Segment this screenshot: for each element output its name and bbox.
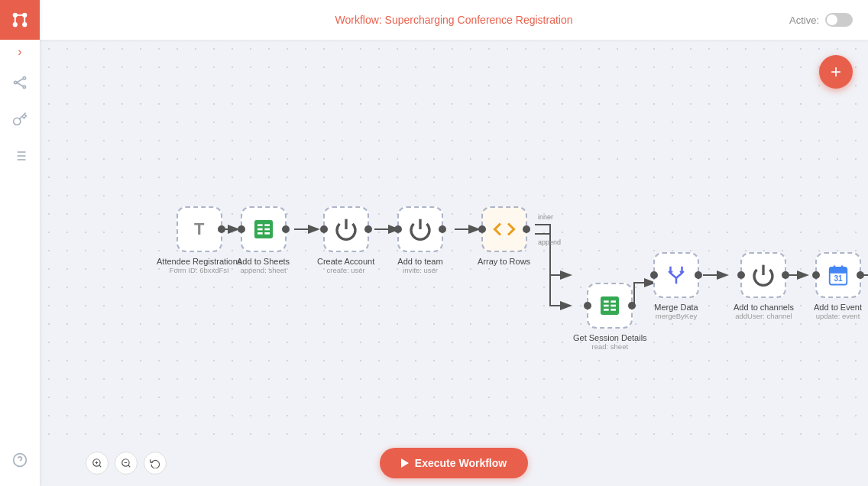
add-node-button[interactable]: +	[819, 55, 853, 89]
node-input-dot	[737, 271, 745, 279]
workflow-title: Workflow: Supercharging Conference Regis…	[335, 14, 572, 26]
sheets-icon2	[598, 293, 622, 318]
node-label: Array to Rows	[478, 257, 530, 266]
zoom-in-icon	[92, 458, 102, 468]
svg-rect-32	[257, 228, 263, 231]
node-input-dot	[650, 271, 658, 279]
node-get-session[interactable]: Get Session Details read: sheet	[573, 283, 647, 351]
svg-point-8	[23, 77, 25, 79]
svg-rect-33	[264, 228, 270, 231]
node-input-dot	[238, 225, 245, 233]
svg-text:inner: inner	[538, 213, 553, 221]
node-merge-data[interactable]: Merge Data mergeByKey	[653, 252, 699, 320]
execute-workflow-button[interactable]: Execute Workflow	[380, 448, 528, 478]
node-add-team[interactable]: Add to team invite: user	[397, 206, 443, 274]
node-output-dot	[282, 225, 290, 233]
svg-rect-49	[829, 271, 847, 274]
svg-rect-42	[611, 305, 617, 307]
node-label: Attendee Registrations Form ID: 6bxxdFsI	[157, 257, 241, 274]
svg-rect-40	[611, 300, 617, 303]
node-output-dot	[218, 225, 225, 233]
power-icon3	[751, 263, 776, 287]
sheets-icon	[251, 217, 276, 241]
svg-rect-30	[257, 224, 263, 226]
execute-label: Execute Workflow	[415, 457, 507, 469]
svg-point-9	[23, 86, 25, 88]
workflow-name[interactable]: Supercharging Conference Registration	[385, 14, 573, 26]
node-output-dot	[439, 225, 446, 233]
zoom-out-icon	[121, 458, 131, 468]
node-add-event[interactable]: 31 Add to Event update: event	[814, 252, 862, 320]
node-array-rows[interactable]: Array to Rows	[478, 206, 530, 266]
node-label: Get Session Details read: sheet	[573, 333, 647, 351]
svg-rect-39	[604, 300, 609, 303]
svg-rect-29	[254, 220, 273, 238]
svg-line-10	[17, 79, 23, 83]
sidebar-toggle[interactable]: ›	[0, 40, 40, 64]
bottom-bar: Execute Workflow	[40, 440, 868, 486]
svg-rect-38	[601, 296, 619, 315]
trigger-icon: T	[194, 219, 204, 239]
svg-rect-31	[264, 224, 270, 226]
node-output-dot	[782, 271, 789, 279]
power-icon2	[408, 217, 432, 241]
sidebar: ›	[0, 0, 40, 486]
code-icon	[493, 218, 516, 241]
svg-text:append: append	[538, 238, 561, 246]
header-controls: Active:	[789, 13, 853, 27]
zoom-out-button[interactable]	[115, 452, 138, 475]
play-icon	[401, 458, 409, 468]
svg-point-7	[15, 81, 17, 83]
node-add-channels[interactable]: Add to channels addUser: channel	[734, 252, 794, 320]
svg-text:31: 31	[834, 274, 843, 283]
node-output-dot	[695, 271, 702, 279]
svg-rect-43	[604, 309, 609, 311]
node-input-dot	[320, 225, 328, 233]
active-toggle[interactable]	[825, 13, 853, 27]
reset-icon	[150, 458, 160, 468]
active-label: Active:	[789, 15, 819, 26]
sidebar-item-help[interactable]	[0, 451, 40, 484]
power-icon	[334, 217, 358, 241]
node-label: Add to Event update: event	[814, 303, 862, 320]
calendar-icon: 31	[827, 264, 850, 287]
header: Workflow: Supercharging Conference Regis…	[40, 0, 868, 40]
sidebar-item-credentials[interactable]	[0, 102, 40, 136]
node-input-dot	[812, 271, 820, 279]
workflow-label: Workflow:	[335, 14, 381, 26]
zoom-in-button[interactable]	[86, 452, 108, 475]
svg-rect-44	[611, 309, 617, 311]
svg-line-59	[128, 465, 131, 468]
node-label: Add to Sheets append: sheet	[237, 257, 290, 274]
node-input-dot	[478, 225, 486, 233]
sidebar-item-executions[interactable]	[0, 139, 40, 173]
node-attendee[interactable]: T Attendee Registrations Form ID: 6bxxdF…	[157, 206, 241, 274]
svg-rect-41	[604, 305, 609, 307]
svg-rect-35	[264, 232, 270, 235]
logo[interactable]	[0, 0, 40, 40]
node-output-dot	[628, 302, 636, 309]
node-label: Add to team invite: user	[397, 257, 442, 274]
node-output-dot	[857, 271, 864, 279]
node-label: Add to channels addUser: channel	[734, 303, 794, 320]
workflow-canvas: +	[40, 40, 868, 440]
zoom-controls	[86, 452, 167, 475]
merge-icon	[665, 264, 688, 287]
node-label: Create Account create: user	[317, 257, 374, 274]
sidebar-item-workflows[interactable]	[0, 66, 40, 99]
svg-line-11	[17, 83, 23, 86]
node-sheets1[interactable]: Add to Sheets append: sheet	[237, 206, 290, 274]
reset-zoom-button[interactable]	[144, 452, 167, 475]
node-create-account[interactable]: Create Account create: user	[317, 206, 374, 274]
node-output-dot	[523, 225, 530, 233]
node-input-dot	[584, 302, 591, 309]
node-output-dot	[364, 225, 372, 233]
node-label: Merge Data mergeByKey	[654, 303, 698, 320]
node-input-dot	[394, 225, 402, 233]
svg-line-55	[99, 465, 102, 468]
svg-rect-34	[257, 232, 263, 235]
main-area: Workflow: Supercharging Conference Regis…	[40, 0, 868, 486]
